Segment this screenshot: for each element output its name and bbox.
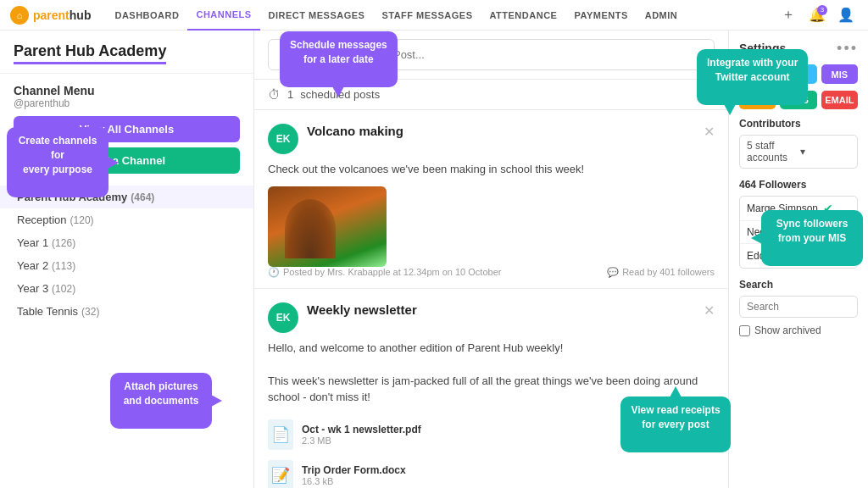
channel-name: Year 1	[17, 236, 48, 249]
post-body: Check out the volcanoes we've been makin…	[268, 161, 715, 178]
attachment-item: 📄 Oct - wk 1 newsletter.pdf 2.3 MB	[268, 414, 715, 455]
scheduled-bar: ⏱ 1 scheduled posts ⌄	[254, 80, 728, 110]
channel-count: (126)	[52, 237, 75, 249]
followers-label: 464 Followers	[739, 179, 858, 191]
post-image	[268, 186, 387, 267]
channel-menu-title: Channel Menu	[14, 84, 240, 97]
attachment-info: Oct - wk 1 newsletter.pdf 2.3 MB	[302, 424, 421, 446]
twitter-button[interactable]: 🐦	[780, 64, 816, 84]
channel-item[interactable]: Year 3 (102)	[0, 277, 253, 300]
verified-icon: ✔	[823, 202, 833, 215]
view-all-channels-button[interactable]: View All Channels	[14, 116, 240, 142]
app-button[interactable]: APP	[739, 91, 776, 109]
settings-title: Settings	[739, 42, 786, 55]
nav-channels[interactable]: CHANNELS	[187, 0, 259, 30]
docx-icon: 📝	[268, 460, 293, 489]
show-archived-row: Show archived	[739, 324, 858, 336]
nav-attendance[interactable]: ATTENDANCE	[481, 0, 565, 30]
attachment-name: Oct - wk 1 newsletter.pdf	[302, 424, 421, 435]
post-body: Hello, and welcome to another edition of…	[268, 340, 715, 406]
nav-staff-messages[interactable]: STAFF MESSAGES	[373, 0, 481, 30]
followers-list: Marge Simpson ✔ Ned Flanders Eddie Muntz…	[739, 196, 858, 269]
avatar: EK	[268, 124, 298, 154]
sms-button[interactable]: SMS	[780, 91, 816, 109]
follower-name: Ned Flanders	[747, 226, 808, 238]
channel-count: (32)	[81, 306, 99, 318]
close-icon[interactable]: ✕	[704, 124, 715, 140]
channel-menu-header: Channel Menu @parenthub	[0, 74, 253, 116]
attachment-info: Trip Order Form.docx 16.3 kB	[302, 464, 406, 486]
show-archived-checkbox[interactable]	[739, 325, 750, 336]
channel-count: (113)	[52, 260, 75, 272]
post-composer	[254, 30, 728, 80]
sidebar-header: Parent Hub Academy	[0, 30, 253, 74]
scheduled-count: 1	[287, 88, 293, 101]
channel-item[interactable]: Year 2 (113)	[0, 254, 253, 277]
attachment-size: 2.3 MB	[302, 435, 421, 446]
post-footer-right: 💬 Read by 401 followers	[607, 267, 715, 278]
notifications-button[interactable]: 🔔 3	[805, 3, 829, 27]
posts-feed: EK Volcano making ✕ Check out the volcan…	[254, 110, 728, 488]
pdf-icon: 📄	[268, 419, 293, 450]
logo-icon	[10, 6, 29, 25]
follower-item: Ned Flanders	[740, 221, 857, 244]
attachment-item: 📝 Trip Order Form.docx 16.3 kB	[268, 455, 715, 489]
contributors-value: 5 staff accounts	[747, 140, 797, 164]
channel-name: Year 3	[17, 282, 48, 295]
channel-item[interactable]: Reception (120)	[0, 208, 253, 231]
nav-payments[interactable]: PAYMENTS	[565, 0, 636, 30]
social-buttons-row: ♥ 🐦 MIS	[739, 64, 858, 84]
chevron-down-icon: ▾	[800, 146, 850, 158]
post-footer-left: 🕐 Posted by Mrs. Krabapple at 12.34pm on…	[268, 267, 501, 278]
channel-name: Reception	[17, 214, 67, 226]
channel-count: (102)	[52, 283, 75, 295]
follower-item: Eddie Muntz ✔	[740, 244, 857, 268]
attachment-name: Trip Order Form.docx	[302, 464, 406, 476]
search-input[interactable]	[739, 296, 858, 318]
email-button[interactable]: EMAIL	[821, 91, 858, 109]
logo-text: parenthub	[33, 8, 91, 22]
search-label: Search	[739, 279, 858, 291]
nav-dashboard[interactable]: DASHBOARD	[106, 0, 187, 30]
notification-badge: 3	[817, 5, 827, 15]
nav-direct-messages[interactable]: DIRECT MESSAGES	[260, 0, 374, 30]
main-layout: Parent Hub Academy Channel Menu @parenth…	[0, 30, 868, 488]
attachment-size: 16.3 kB	[302, 476, 406, 486]
add-button[interactable]: ＋	[776, 3, 800, 27]
post-title: Weekly newsletter	[307, 302, 695, 317]
nav-admin[interactable]: ADMIN	[637, 0, 687, 30]
settings-header: Settings •••	[739, 41, 858, 56]
post-footer: 🕐 Posted by Mrs. Krabapple at 12.34pm on…	[268, 267, 715, 278]
follower-name: Marge Simpson	[747, 202, 818, 214]
comment-icon: 💬	[607, 267, 619, 278]
expand-icon[interactable]: ⌄	[704, 86, 715, 103]
nav-icons: ＋ 🔔 3 👤	[776, 3, 858, 27]
top-nav: parenthub DASHBOARD CHANNELS DIRECT MESS…	[0, 0, 868, 30]
close-icon[interactable]: ✕	[704, 302, 715, 319]
channel-name: Table Tennis	[17, 305, 78, 318]
post-timestamp: Posted by Mrs. Krabapple at 12.34pm on 1…	[283, 267, 501, 277]
channel-count: (120)	[70, 214, 94, 226]
post-body-line1: Hello, and welcome to another edition of…	[268, 340, 715, 357]
contributors-label: Contributors	[739, 118, 858, 130]
channel-item[interactable]: Parent Hub Academy (464)	[0, 186, 253, 208]
channel-menu-sub: @parenthub	[14, 97, 240, 109]
post-card: EK Weekly newsletter ✕ Hello, and welcom…	[254, 289, 728, 489]
post-input[interactable]	[268, 39, 715, 70]
channel-item[interactable]: Year 1 (126)	[0, 231, 253, 254]
profile-button[interactable]: 👤	[834, 3, 858, 27]
follower-name: Eddie Muntz	[747, 250, 804, 262]
more-options-icon[interactable]: •••	[837, 41, 858, 56]
followers-section: 464 Followers Marge Simpson ✔ Ned Flande…	[739, 179, 858, 269]
search-section: Search Show archived	[739, 279, 858, 336]
sidebar-buttons: View All Channels Add a Channel	[0, 116, 253, 182]
channel-item[interactable]: Table Tennis (32)	[0, 300, 253, 323]
contributors-dropdown[interactable]: 5 staff accounts ▾	[739, 135, 858, 169]
channel-name: Parent Hub Academy	[17, 191, 127, 203]
mis-button[interactable]: MIS	[821, 64, 858, 84]
heart-button[interactable]: ♥	[739, 64, 776, 84]
clock-icon: ⏱	[268, 87, 281, 102]
add-channel-button[interactable]: Add a Channel	[14, 147, 240, 174]
logo[interactable]: parenthub	[10, 6, 91, 25]
right-panel: Settings ••• ♥ 🐦 MIS APP SMS EMAIL Contr…	[728, 30, 868, 488]
